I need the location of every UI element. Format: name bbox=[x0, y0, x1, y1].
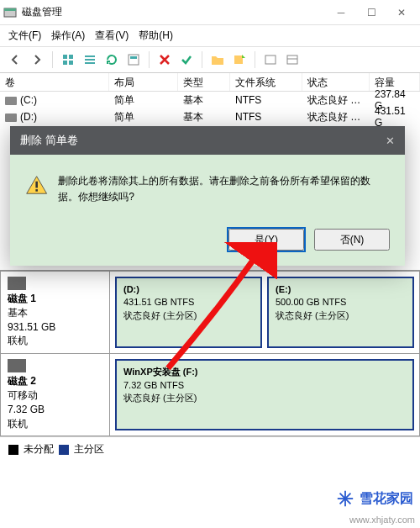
svg-rect-10 bbox=[130, 56, 137, 59]
col-volume[interactable]: 卷 bbox=[0, 73, 109, 91]
disk-type: 基本 bbox=[8, 307, 28, 319]
disk-info[interactable]: 磁盘 1 基本 931.51 GB 联机 bbox=[1, 272, 110, 353]
partition[interactable]: (E:) 500.00 GB NTFS 状态良好 (主分区) bbox=[267, 277, 414, 348]
partition[interactable]: (D:) 431.51 GB NTFS 状态良好 (主分区) bbox=[115, 277, 262, 348]
partition-name: WinXP安装盘 (F:) bbox=[123, 366, 406, 378]
app-icon bbox=[3, 6, 17, 19]
cell-fs: NTFS bbox=[230, 110, 302, 124]
confirm-dialog: 删除 简单卷 ✕ 删除此卷将清除其上的所有数据。请在删除之前备份所有希望保留的数… bbox=[10, 126, 405, 266]
svg-rect-8 bbox=[85, 62, 95, 64]
disk-partitions: (D:) 431.51 GB NTFS 状态良好 (主分区) (E:) 500.… bbox=[110, 272, 419, 353]
partition[interactable]: WinXP安装盘 (F:) 7.32 GB NTFS 状态良好 (主分区) bbox=[115, 359, 414, 430]
disk-row: 磁盘 1 基本 931.51 GB 联机 (D:) 431.51 GB NTFS… bbox=[0, 271, 420, 354]
svg-rect-2 bbox=[63, 55, 67, 59]
legend: 未分配 主分区 bbox=[0, 436, 420, 462]
svg-rect-15 bbox=[35, 182, 38, 188]
watermark-url: www.xhjaty.com bbox=[349, 515, 415, 525]
list-icon[interactable] bbox=[80, 50, 100, 70]
prop-icon[interactable] bbox=[260, 50, 281, 70]
partition-status: 状态良好 (主分区) bbox=[123, 392, 406, 404]
dialog-message: 删除此卷将清除其上的所有数据。请在删除之前备份所有希望保留的数据。你想继续吗? bbox=[58, 173, 390, 205]
dialog-body: 删除此卷将清除其上的所有数据。请在删除之前备份所有希望保留的数据。你想继续吗? bbox=[10, 155, 405, 220]
svg-rect-1 bbox=[4, 8, 16, 11]
cell-status: 状态良好 … bbox=[302, 109, 370, 125]
disk-size: 7.32 GB bbox=[8, 404, 45, 415]
window-title: 磁盘管理 bbox=[22, 5, 326, 19]
svg-rect-4 bbox=[63, 61, 67, 65]
menu-file[interactable]: 文件(F) bbox=[8, 29, 41, 43]
forward-button[interactable] bbox=[27, 50, 47, 70]
cell-type: 基本 bbox=[178, 109, 230, 125]
yes-button[interactable]: 是(Y) bbox=[228, 229, 304, 251]
partition-name: (D:) bbox=[123, 283, 254, 296]
new-icon[interactable] bbox=[229, 50, 249, 70]
partition-status: 状态良好 (主分区) bbox=[276, 309, 406, 322]
no-button[interactable]: 否(N) bbox=[314, 229, 390, 251]
back-button[interactable] bbox=[5, 50, 25, 70]
refresh-icon[interactable] bbox=[102, 50, 122, 70]
toolbar bbox=[0, 46, 420, 73]
legend-swatch-primary bbox=[59, 445, 69, 455]
cell-layout: 简单 bbox=[109, 92, 178, 108]
disk-size: 931.51 GB bbox=[8, 321, 55, 333]
minimize-button[interactable]: ─ bbox=[326, 1, 356, 24]
close-button[interactable]: ✕ bbox=[386, 1, 417, 24]
svg-rect-3 bbox=[69, 55, 73, 59]
disk-info[interactable]: 磁盘 2 可移动 7.32 GB 联机 bbox=[1, 354, 110, 436]
check-icon[interactable] bbox=[176, 50, 197, 70]
svg-rect-5 bbox=[69, 61, 73, 65]
disk-row: 磁盘 2 可移动 7.32 GB 联机 WinXP安装盘 (F:) 7.32 G… bbox=[0, 353, 420, 436]
col-layout[interactable]: 布局 bbox=[109, 73, 178, 91]
usb-disk-icon bbox=[8, 359, 26, 372]
volume-name: (D:) bbox=[20, 111, 37, 123]
menu-action[interactable]: 操作(A) bbox=[51, 29, 85, 43]
col-status[interactable]: 状态 bbox=[302, 73, 370, 91]
maximize-button[interactable]: ☐ bbox=[356, 1, 386, 24]
menu-bar: 文件(F) 操作(A) 查看(V) 帮助(H) bbox=[0, 25, 420, 46]
partition-size: 431.51 GB NTFS bbox=[123, 296, 254, 309]
wizard-icon[interactable] bbox=[123, 50, 144, 70]
dialog-buttons: 是(Y) 否(N) bbox=[10, 220, 405, 266]
svg-rect-16 bbox=[35, 189, 38, 192]
volume-icon bbox=[5, 114, 17, 122]
toolbar-separator bbox=[255, 51, 255, 68]
window-buttons: ─ ☐ ✕ bbox=[326, 1, 417, 24]
partition-size: 7.32 GB NTFS bbox=[123, 379, 406, 392]
legend-unallocated: 未分配 bbox=[24, 442, 54, 457]
disk-name: 磁盘 2 bbox=[8, 375, 36, 387]
legend-swatch-unallocated bbox=[8, 445, 18, 455]
svg-rect-13 bbox=[287, 55, 297, 64]
cell-status: 状态良好 … bbox=[302, 92, 370, 108]
partition-name: (E:) bbox=[276, 283, 406, 296]
menu-help[interactable]: 帮助(H) bbox=[139, 29, 173, 43]
col-fs[interactable]: 文件系统 bbox=[230, 73, 302, 91]
menu-view[interactable]: 查看(V) bbox=[95, 29, 129, 43]
warning-icon bbox=[25, 173, 48, 197]
volume-row[interactable]: (D:) 简单 基本 NTFS 状态良好 … 431.51 G bbox=[0, 108, 420, 125]
disk-icon bbox=[8, 277, 26, 290]
partition-size: 500.00 GB NTFS bbox=[276, 296, 406, 309]
delete-icon[interactable] bbox=[155, 50, 175, 70]
toolbar-separator bbox=[202, 51, 202, 68]
disk-name: 磁盘 1 bbox=[8, 293, 36, 304]
snowflake-icon bbox=[336, 489, 354, 508]
cell-type: 基本 bbox=[178, 92, 230, 108]
disk-type: 可移动 bbox=[8, 389, 38, 401]
dialog-close-icon[interactable]: ✕ bbox=[386, 135, 395, 147]
volume-row[interactable]: (C:) 简单 基本 NTFS 状态良好 … 237.84 G bbox=[0, 92, 420, 108]
cell-layout: 简单 bbox=[109, 109, 178, 125]
svg-rect-7 bbox=[85, 59, 95, 61]
disk-state: 联机 bbox=[8, 335, 28, 346]
volume-icon bbox=[5, 97, 17, 105]
watermark: 雪花家园 bbox=[336, 489, 413, 508]
col-type[interactable]: 类型 bbox=[178, 73, 230, 91]
disk-state: 联机 bbox=[8, 418, 28, 430]
disk-partitions: WinXP安装盘 (F:) 7.32 GB NTFS 状态良好 (主分区) bbox=[110, 354, 419, 436]
svg-rect-12 bbox=[265, 55, 276, 64]
volume-list-header: 卷 布局 类型 文件系统 状态 容量 bbox=[0, 73, 420, 92]
title-bar: 磁盘管理 ─ ☐ ✕ bbox=[0, 0, 420, 25]
legend-primary: 主分区 bbox=[74, 442, 104, 457]
details-icon[interactable] bbox=[282, 50, 302, 70]
folder-icon[interactable] bbox=[207, 50, 228, 70]
view-icon[interactable] bbox=[58, 50, 78, 70]
